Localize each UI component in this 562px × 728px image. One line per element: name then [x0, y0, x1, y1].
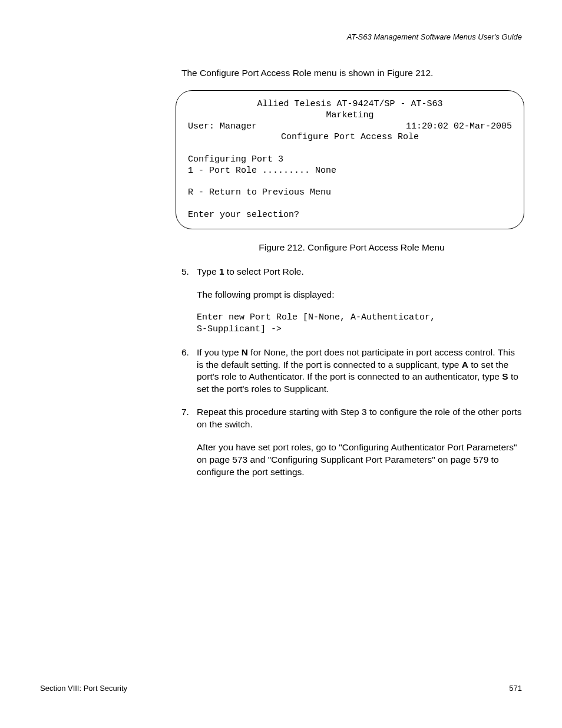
header-guide-title: AT-S63 Management Software Menus User's …	[40, 32, 522, 41]
step-5-code: Enter new Port Role [N-None, A-Authentic…	[197, 312, 522, 336]
step-number: 7.	[181, 406, 189, 419]
terminal-menu-title: Configure Port Access Role	[188, 132, 512, 143]
terminal-option-1: 1 - Port Role ......... None	[188, 166, 336, 176]
intro-paragraph: The Configure Port Access Role menu is s…	[181, 68, 522, 78]
s7-text: Repeat this procedure starting with Step…	[197, 407, 521, 429]
terminal-config-line: Configuring Port 3	[188, 154, 283, 164]
s6-b3: S	[502, 371, 508, 381]
step-5-text-b: to select Port Role.	[224, 266, 304, 276]
terminal-prompt: Enter your selection?	[188, 210, 299, 220]
terminal-user-row: User: Manager11:20:02 02-Mar-2005	[188, 121, 512, 133]
terminal-return-line: R - Return to Previous Menu	[188, 187, 331, 197]
footer-section: Section VIII: Port Security	[40, 684, 127, 693]
s7-para: After you have set port roles, go to "Co…	[197, 442, 522, 479]
step-6: 6. If you type N for None, the port does…	[181, 347, 522, 396]
main-content: The Configure Port Access Role menu is s…	[181, 68, 522, 479]
step-5-text-a: Type	[197, 266, 219, 276]
code-line-1: Enter new Port Role [N-None, A-Authentic…	[197, 312, 522, 324]
footer-page-number: 571	[509, 684, 522, 693]
step-5-para: The following prompt is displayed:	[197, 289, 522, 301]
step-number: 5.	[181, 266, 189, 278]
step-number: 6.	[181, 347, 189, 359]
code-line-2: S-Supplicant] ->	[197, 324, 522, 335]
step-5-bold: 1	[219, 266, 224, 276]
terminal-user: User: Manager	[188, 121, 257, 133]
terminal-screenshot: Allied Telesis AT-9424T/SP - AT-S63 Mark…	[176, 90, 524, 229]
terminal-timestamp: 11:20:02 02-Mar-2005	[406, 121, 512, 133]
s6-b2: A	[462, 360, 468, 370]
step-7: 7. Repeat this procedure starting with S…	[181, 406, 522, 479]
step-5: 5. Type 1 to select Port Role. The follo…	[181, 266, 522, 335]
figure-caption: Figure 212. Configure Port Access Role M…	[181, 242, 522, 253]
page-footer: Section VIII: Port Security 571	[40, 684, 522, 693]
steps-list: 5. Type 1 to select Port Role. The follo…	[181, 266, 522, 479]
page-container: AT-S63 Management Software Menus User's …	[0, 0, 562, 728]
terminal-title: Allied Telesis AT-9424T/SP - AT-S63 Mark…	[188, 99, 512, 121]
s6-b1: N	[242, 347, 248, 357]
s6-t1: If you type	[197, 347, 242, 357]
